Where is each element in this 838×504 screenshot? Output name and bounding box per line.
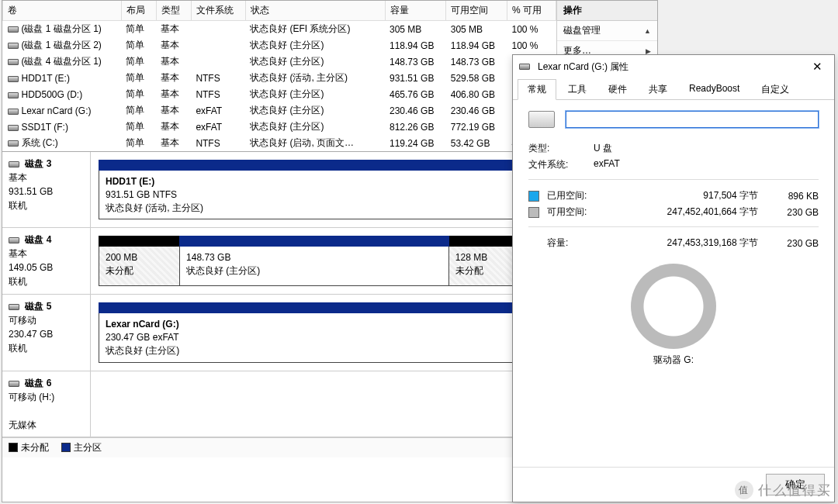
partition[interactable]: Lexar nCard (G:) 230.47 GB exFAT 状态良好 (主… <box>99 313 548 361</box>
watermark-text: 什么值得买 <box>758 482 832 499</box>
partition-state: 状态良好 (主分区) <box>186 264 442 278</box>
col-filesystem[interactable]: 文件系统 <box>191 1 245 21</box>
disk-row-6[interactable]: 磁盘 6 可移动 (H:) 无媒体 <box>2 371 556 437</box>
type-key: 类型: <box>528 142 594 155</box>
used-human: 896 KB <box>763 191 819 202</box>
disk-right: 200 MB 未分配 148.73 GB 状态良好 (主分区) 128 MB 未… <box>91 228 556 294</box>
tab-readyboost[interactable]: ReadyBoost <box>679 79 750 100</box>
disk-management-main: 卷 布局 类型 文件系统 状态 容量 可用空间 % 可用 (磁盘 1 磁盘分区 … <box>2 1 556 502</box>
disk-size: 931.51 GB <box>9 186 53 197</box>
col-capacity[interactable]: 容量 <box>385 1 446 21</box>
volume-table: 卷 布局 类型 文件系统 状态 容量 可用空间 % 可用 (磁盘 1 磁盘分区 … <box>2 1 556 151</box>
legend-unallocated: 未分配 <box>9 441 49 454</box>
disk-icon <box>9 237 19 243</box>
volume-icon <box>8 26 19 33</box>
col-free[interactable]: 可用空间 <box>446 1 507 21</box>
disk-kind: 可移动 (H:) <box>9 392 54 402</box>
disk-kind: 可移动 <box>9 315 36 326</box>
free-swatch <box>528 207 539 218</box>
tab-body: 类型: U 盘 文件系统: exFAT 已用空间: 917,504 字节 896… <box>513 100 834 467</box>
disk-right: Lexar nCard (G:) 230.47 GB exFAT 状态良好 (主… <box>91 295 556 370</box>
fs-key: 文件系统: <box>528 158 594 171</box>
cap-human: 230 GB <box>763 238 819 249</box>
properties-dialog: Lexar nCard (G:) 属性 ✕ 常规 工具 硬件 共享 ReadyB… <box>512 54 835 502</box>
collapse-icon: ▲ <box>644 27 651 35</box>
used-bytes: 917,504 字节 <box>609 189 758 202</box>
actions-item-diskmgmt[interactable]: 磁盘管理 ▲ <box>557 21 657 41</box>
disk-nomedia: 无媒体 <box>9 419 36 430</box>
tab-general[interactable]: 常规 <box>518 79 556 100</box>
table-row[interactable]: HDD500G (D:)简单基本NTFS状态良好 (主分区)465.76 GB4… <box>3 86 556 102</box>
disk-status: 联机 <box>9 276 27 287</box>
volume-name-input[interactable] <box>566 111 819 128</box>
free-bytes: 247,452,401,664 字节 <box>609 205 758 219</box>
col-pct[interactable]: % 可用 <box>507 1 556 21</box>
fs-value: exFAT <box>594 158 620 171</box>
tab-hardware[interactable]: 硬件 <box>598 79 637 100</box>
partition-header-bar <box>99 236 549 247</box>
disk-kind: 基本 <box>9 172 27 183</box>
table-row[interactable]: Lexar nCard (G:)简单基本exFAT状态良好 (主分区)230.4… <box>3 102 556 119</box>
partition-title: HDD1T (E:) <box>106 175 542 188</box>
table-row[interactable]: (磁盘 1 磁盘分区 1)简单基本状态良好 (EFI 系统分区)305 MB30… <box>3 21 556 38</box>
partition-size: 200 MB <box>106 251 173 264</box>
disk-icon <box>9 381 19 387</box>
table-row[interactable]: 系统 (C:)简单基本NTFS状态良好 (启动, 页面文…119.24 GB53… <box>3 135 556 151</box>
disk-icon <box>9 161 19 167</box>
watermark-badge: 值 <box>735 481 753 499</box>
dialog-title: Lexar nCard (G:) 属性 <box>538 60 802 74</box>
disk-row-4[interactable]: 磁盘 4 基本 149.05 GB 联机 200 MB 未分配 148.73 G… <box>2 228 556 295</box>
tab-sharing[interactable]: 共享 <box>639 79 677 100</box>
titlebar: Lexar nCard (G:) 属性 ✕ <box>513 55 834 78</box>
drive-label: 驱动器 G: <box>528 354 819 367</box>
disk-row-3[interactable]: 磁盘 3 基本 931.51 GB 联机 HDD1T (E:) 931.51 G… <box>2 152 556 228</box>
table-row[interactable]: (磁盘 1 磁盘分区 2)简单基本状态良好 (主分区)118.94 GB118.… <box>3 37 556 54</box>
table-row[interactable]: HDD1T (E:)简单基本NTFS状态良好 (活动, 主分区)931.51 G… <box>3 70 556 86</box>
volume-icon <box>8 140 19 147</box>
disk-left: 磁盘 4 基本 149.05 GB 联机 <box>2 228 91 294</box>
col-state[interactable]: 状态 <box>245 1 385 21</box>
tab-tools[interactable]: 工具 <box>558 79 597 100</box>
disk-label: 磁盘 4 <box>25 234 51 245</box>
type-value: U 盘 <box>594 142 612 155</box>
tab-custom[interactable]: 自定义 <box>751 79 799 100</box>
col-layout[interactable]: 布局 <box>121 1 156 21</box>
partition-state: 未分配 <box>106 264 173 278</box>
usage-pie <box>631 264 716 349</box>
partition-bar: 200 MB 未分配 148.73 GB 状态良好 (主分区) 128 MB 未… <box>99 247 549 286</box>
disk-left: 磁盘 5 可移动 230.47 GB 联机 <box>2 295 91 370</box>
partition-bar: HDD1T (E:) 931.51 GB NTFS 状态良好 (活动, 主分区) <box>99 171 549 219</box>
table-row[interactable]: SSD1T (F:)简单基本exFAT状态良好 (主分区)812.26 GB77… <box>3 119 556 135</box>
disk-left: 磁盘 6 可移动 (H:) 无媒体 <box>2 371 91 437</box>
partition-header-bar <box>99 302 549 313</box>
cap-bytes: 247,453,319,168 字节 <box>609 236 758 250</box>
volume-icon <box>8 59 19 65</box>
partition[interactable]: HDD1T (E:) 931.51 GB NTFS 状态良好 (活动, 主分区) <box>99 171 548 219</box>
disk-kind: 基本 <box>9 248 27 259</box>
used-key: 已用空间: <box>547 189 604 202</box>
table-row[interactable]: (磁盘 4 磁盘分区 1)简单基本状态良好 (主分区)148.73 GB148.… <box>3 54 556 70</box>
volume-icon <box>8 76 19 82</box>
disk-label: 磁盘 5 <box>25 301 51 312</box>
disk-right <box>91 371 556 437</box>
disks-pane: 磁盘 3 基本 931.51 GB 联机 HDD1T (E:) 931.51 G… <box>2 151 556 502</box>
disk-row-5[interactable]: 磁盘 5 可移动 230.47 GB 联机 Lexar nCard (G:) 2… <box>2 295 556 371</box>
table-header-row: 卷 布局 类型 文件系统 状态 容量 可用空间 % 可用 <box>3 1 556 21</box>
disk-label: 磁盘 6 <box>25 378 51 388</box>
actions-header: 操作 <box>557 1 657 21</box>
disk-status: 联机 <box>9 343 27 354</box>
volume-icon <box>8 125 19 131</box>
disk-label: 磁盘 3 <box>25 158 51 169</box>
partition-size: 148.73 GB <box>186 251 442 264</box>
close-button[interactable]: ✕ <box>806 60 828 74</box>
partition-size: 931.51 GB NTFS <box>106 188 542 202</box>
partition-size: 230.47 GB exFAT <box>106 331 542 344</box>
col-volume[interactable]: 卷 <box>3 1 122 21</box>
col-type[interactable]: 类型 <box>156 1 191 21</box>
partition-unallocated[interactable]: 200 MB 未分配 <box>99 247 180 285</box>
free-key: 可用空间: <box>547 205 604 219</box>
watermark: 值 什么值得买 <box>735 481 832 499</box>
cap-key: 容量: <box>547 236 604 250</box>
drive-icon <box>519 64 530 70</box>
partition[interactable]: 148.73 GB 状态良好 (主分区) <box>180 247 449 285</box>
